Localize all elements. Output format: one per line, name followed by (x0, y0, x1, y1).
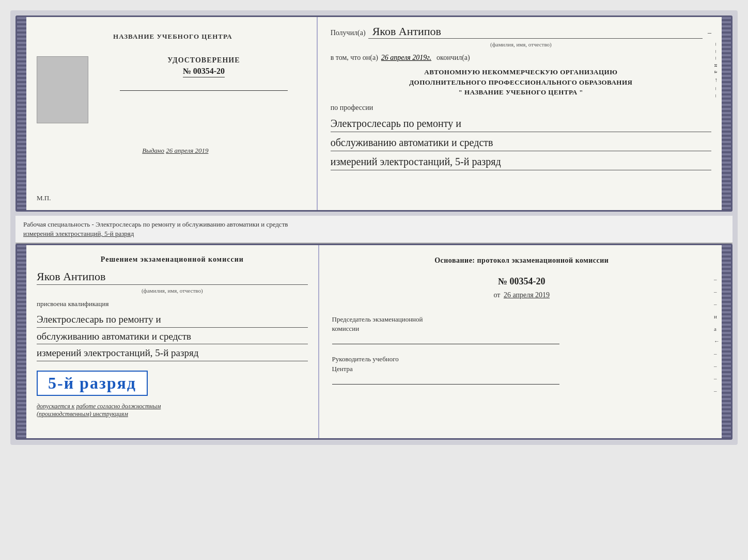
qual-line-2: обслуживанию автоматики и средств (37, 329, 308, 345)
school-name-top: НАЗВАНИЕ УЧЕБНОГО ЦЕНТРА (113, 33, 232, 41)
protocol-date: 26 апреля 2019 (504, 291, 550, 299)
side-mark-i: и (713, 64, 720, 67)
qual-lines: Электрослесарь по ремонту и обслуживанию… (37, 312, 308, 361)
predsedatel-sig-line (332, 344, 560, 344)
komissia-header: Решением экзаменационной комиссии (37, 255, 308, 264)
po-professii: по профессии (331, 104, 711, 112)
person-name-line: Яков Антипов (37, 270, 308, 286)
side-mark-ba: а (714, 326, 720, 332)
info-text-2: измерений электростанций, 5-й разряд (23, 230, 134, 237)
osnovanie-header: Основание: протокол экзаменационной коми… (332, 255, 711, 266)
right-side-marks: – – – и а ← – – (713, 43, 720, 97)
protocol-number: № 00354-20 (332, 276, 711, 287)
recipient-prefix: Получил(а) (331, 29, 366, 37)
qual-line-3: измерений электростанций, 5-й разряд (37, 346, 308, 361)
udostoverenie-label: УДОСТОВЕРЕНИЕ (99, 56, 309, 65)
spine-right-bottom (722, 245, 731, 438)
side-mark-5: – (713, 94, 720, 98)
dash-after-name: – (708, 29, 711, 37)
doc-bottom-left-page: Решением экзаменационной комиссии Яков А… (26, 245, 319, 438)
recipient-name: Яков Антипов (368, 25, 703, 39)
dopuskaetsya-prefix: допускается к (37, 403, 74, 410)
razryad-box: 5-й разряд (37, 371, 148, 396)
dopuskaetsya-text: работе согласно должностным (76, 403, 161, 410)
org-line3: " НАЗВАНИЕ УЧЕБНОГО ЦЕНТРА " (331, 87, 711, 98)
fio-caption-bottom: (фамилия, имя, отчество) (37, 287, 308, 294)
profession-line-3: измерений электростанций, 5-й разряд (331, 153, 711, 170)
predsedatel-label: Председатель экзаменационной комиссии (332, 315, 711, 333)
fio-caption-top: (фамилия, имя, отчество) (331, 41, 711, 47)
certified-suffix: окончил(а) (437, 54, 470, 62)
document-top: НАЗВАНИЕ УЧЕБНОГО ЦЕНТРА УДОСТОВЕРЕНИЕ №… (15, 15, 733, 212)
side-mark-b3: – (714, 301, 720, 307)
doc-top-left-page: НАЗВАНИЕ УЧЕБНОГО ЦЕНТРА УДОСТОВЕРЕНИЕ №… (26, 17, 318, 210)
org-line2: ДОПОЛНИТЕЛЬНОГО ПРОФЕССИОНАЛЬНОГО ОБРАЗО… (331, 77, 711, 88)
qual-line-1: Электрослесарь по ремонту и (37, 312, 308, 328)
side-mark-b5: – (714, 363, 720, 369)
spine-left-top (17, 17, 26, 210)
doc-bottom-right-page: Основание: протокол экзаменационной коми… (319, 245, 722, 438)
date-line: от 26 апреля 2019 (332, 291, 711, 299)
razryad-text: 5-й разряд (48, 374, 136, 392)
issued-date: 26 апреля 2019 (166, 147, 208, 154)
org-block: АВТОНОМНУЮ НЕКОММЕРЧЕСКУЮ ОРГАНИЗАЦИЮ ДО… (331, 67, 711, 98)
predsedatel-block: Председатель экзаменационной комиссии Ру… (332, 315, 711, 385)
side-mark-b6: – (714, 375, 720, 381)
cert-number: № 00354-20 (183, 67, 225, 77)
rukovoditel-sig-line (332, 384, 560, 385)
person-name-bottom: Яков Антипов (37, 270, 308, 285)
profession-lines: Электрослесарь по ремонту и обслуживанию… (331, 115, 711, 170)
side-mark-arrow: ← (713, 77, 720, 83)
side-mark-b4: – (714, 350, 720, 357)
mp-label: М.П. (37, 194, 51, 202)
dopuskaetsya-line: допускается к работе согласно должностны… (37, 403, 308, 418)
side-mark-bi: и (714, 313, 720, 319)
issued-label: Выдано (142, 147, 164, 154)
prisvoena-label: присвоена квалификация (37, 300, 308, 308)
info-text-1: Рабочая специальность - Электрослесарь п… (23, 220, 288, 228)
cert-photo-placeholder (37, 56, 88, 123)
doc-top-right-page: Получил(а) Яков Антипов – (фамилия, имя,… (318, 17, 722, 210)
cert-issued: Выдано 26 апреля 2019 (137, 147, 208, 155)
side-mark-3: – (713, 57, 720, 60)
document-bottom: Решением экзаменационной комиссии Яков А… (15, 244, 733, 440)
spine-left-bottom (17, 245, 26, 438)
certified-prefix: в том, что он(а) (331, 54, 378, 62)
info-bar: Рабочая специальность - Электрослесарь п… (15, 216, 733, 244)
right-side-marks-bottom: – – – и а ← – – – – (714, 276, 720, 394)
side-mark-1: – (713, 43, 720, 46)
side-mark-b1: – (714, 276, 720, 282)
side-mark-2: – (713, 50, 720, 53)
dopuskaetsya-text2: (производственным) инструкциям (37, 410, 128, 418)
profession-line-1: Электрослесарь по ремонту и (331, 115, 711, 132)
side-mark-4: – (713, 87, 720, 90)
rukovoditel-label: Руководитель учебного Центра (332, 355, 711, 373)
certified-line: в том, что он(а) 26 апреля 2019г. окончи… (331, 54, 711, 62)
org-line1: АВТОНОМНУЮ НЕКОММЕРЧЕСКУЮ ОРГАНИЗАЦИЮ (331, 67, 711, 77)
profession-line-2: обслуживанию автоматики и средств (331, 134, 711, 151)
signature-line (120, 90, 288, 91)
side-mark-b2: – (714, 289, 720, 295)
spine-right-top (722, 17, 731, 210)
certified-date: 26 апреля 2019г. (381, 54, 431, 62)
side-mark-a: а (713, 71, 720, 73)
ot-label: от (493, 291, 500, 299)
recipient-line: Получил(а) Яков Антипов – (331, 25, 711, 39)
side-mark-b7: – (714, 388, 720, 394)
outer-wrapper: НАЗВАНИЕ УЧЕБНОГО ЦЕНТРА УДОСТОВЕРЕНИЕ №… (10, 10, 738, 445)
side-mark-barrow: ← (714, 338, 720, 344)
cert-text-center: УДОСТОВЕРЕНИЕ № 00354-20 (99, 56, 309, 91)
cert-middle-section: УДОСТОВЕРЕНИЕ № 00354-20 (37, 56, 309, 123)
